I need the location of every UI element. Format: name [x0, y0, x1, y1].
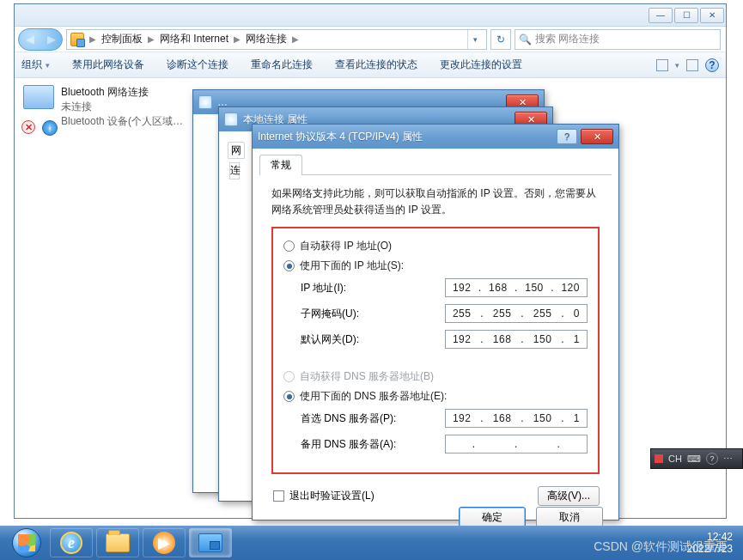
- radio-manual-dns[interactable]: [283, 391, 295, 402]
- subnet-mask-input[interactable]: 255.255.255.0: [445, 304, 588, 323]
- connection-device: Bluetooth 设备(个人区域…: [61, 114, 183, 129]
- command-bar: 组织▾ 禁用此网络设备 诊断这个连接 重命名此连接 查看此连接的状态 更改此连接…: [15, 52, 726, 78]
- ime-keyboard-icon[interactable]: ⌨: [687, 453, 701, 465]
- window-titlebar: — ☐ ✕: [15, 4, 726, 27]
- address-dropdown[interactable]: ▾: [467, 30, 483, 49]
- preferred-dns-input[interactable]: 192.168.150.1: [445, 409, 588, 428]
- chevron-right-icon[interactable]: ▶: [88, 34, 98, 44]
- refresh-button[interactable]: ↻: [490, 29, 511, 50]
- tab-bar: 常规: [259, 154, 612, 175]
- subnet-mask-label: 子网掩码(U):: [301, 307, 445, 321]
- radio-auto-ip[interactable]: [283, 240, 295, 252]
- breadcrumb[interactable]: 网络连接: [246, 32, 287, 46]
- maximize-button[interactable]: ☐: [674, 8, 698, 23]
- view-icon[interactable]: [656, 59, 668, 71]
- view-status-button[interactable]: 查看此连接的状态: [335, 58, 417, 72]
- location-icon: [70, 33, 84, 46]
- taskbar-explorer[interactable]: [96, 528, 139, 557]
- back-icon[interactable]: ◀: [26, 33, 34, 46]
- ok-button[interactable]: 确定: [459, 507, 526, 527]
- network-adapter-icon: [23, 85, 54, 109]
- address-bar[interactable]: ▶ 控制面板 ▶ 网络和 Internet ▶ 网络连接 ▶ ▾: [66, 29, 487, 50]
- chevron-right-icon[interactable]: ▶: [232, 34, 242, 44]
- cancel-button[interactable]: 取消: [536, 507, 603, 527]
- radio-manual-ip[interactable]: [283, 260, 295, 271]
- chevron-down-icon[interactable]: ▾: [675, 61, 679, 70]
- bluetooth-icon: ᚼ: [42, 120, 58, 136]
- gateway-input[interactable]: 192.168.150.1: [445, 330, 588, 349]
- radio-label: 使用下面的 IP 地址(S):: [300, 259, 404, 273]
- description-text: 如果网络支持此功能，则可以获取自动指派的 IP 设置。否则，您需要从网络系统管理…: [271, 186, 600, 218]
- media-player-icon: ▶: [153, 532, 175, 554]
- help-icon[interactable]: ?: [705, 58, 719, 72]
- validate-on-exit-label: 退出时验证设置(L): [289, 489, 375, 503]
- taskbar-media-player[interactable]: ▶: [143, 528, 186, 557]
- diagnose-button[interactable]: 诊断这个连接: [167, 58, 228, 72]
- ip-address-label: IP 地址(I):: [301, 281, 445, 295]
- radio-auto-dns: [283, 371, 295, 382]
- forward-icon[interactable]: ▶: [47, 33, 56, 46]
- search-icon: 🔍: [519, 33, 532, 46]
- gateway-label: 默认网关(D):: [301, 332, 445, 347]
- field-partial: 连: [229, 162, 240, 180]
- validate-on-exit-checkbox[interactable]: [273, 490, 284, 502]
- connection-status: 未连接: [61, 100, 183, 114]
- alternate-dns-label: 备用 DNS 服务器(A):: [301, 437, 445, 452]
- folder-icon: [106, 533, 130, 552]
- ime-language: CH: [668, 453, 682, 464]
- highlighted-settings: 自动获得 IP 地址(O) 使用下面的 IP 地址(S): IP 地址(I): …: [271, 227, 600, 474]
- windows-orb-icon: [12, 528, 41, 557]
- preferred-dns-label: 首选 DNS 服务器(P):: [301, 411, 445, 426]
- chevron-right-icon[interactable]: ▶: [146, 34, 156, 44]
- ime-help-icon[interactable]: ?: [706, 453, 718, 465]
- rename-button[interactable]: 重命名此连接: [251, 58, 313, 72]
- close-button[interactable]: ✕: [700, 8, 724, 23]
- network-icon: [198, 533, 222, 552]
- disconnected-icon: ✕: [21, 120, 35, 134]
- breadcrumb[interactable]: 网络和 Internet: [160, 32, 228, 46]
- tab-panel: 如果网络支持此功能，则可以获取自动指派的 IP 设置。否则，您需要从网络系统管理…: [259, 175, 612, 502]
- search-placeholder: 搜索 网络连接: [535, 32, 600, 46]
- start-button[interactable]: [7, 527, 46, 559]
- ime-toolbar[interactable]: CH ⌨ ? ⋯: [650, 448, 743, 469]
- advanced-button[interactable]: 高级(V)...: [538, 486, 600, 506]
- tab-partial: 网: [228, 142, 245, 159]
- close-button[interactable]: ✕: [581, 129, 613, 144]
- dialog-ipv4-properties: Internet 协议版本 4 (TCP/IPv4) 属性 ? ✕ 常规 如果网…: [252, 124, 619, 520]
- alternate-dns-input[interactable]: ...: [445, 435, 588, 453]
- watermark: CSDN @软件测试很重要: [594, 539, 728, 555]
- dialog-title: Internet 协议版本 4 (TCP/IPv4) 属性: [258, 130, 423, 144]
- search-input[interactable]: 🔍 搜索 网络连接: [515, 29, 721, 50]
- connection-name: Bluetooth 网络连接: [61, 85, 183, 100]
- dialog-icon: [224, 113, 238, 126]
- dialog-icon: [198, 95, 212, 109]
- chevron-right-icon[interactable]: ▶: [290, 34, 301, 44]
- ime-options-icon[interactable]: ⋯: [723, 453, 733, 465]
- radio-label: 自动获得 DNS 服务器地址(B): [300, 369, 434, 384]
- preview-pane-icon[interactable]: [686, 59, 698, 71]
- ie-icon: e: [60, 532, 82, 554]
- organize-menu[interactable]: 组织▾: [21, 58, 50, 72]
- change-settings-button[interactable]: 更改此连接的设置: [440, 58, 522, 72]
- disable-device-button[interactable]: 禁用此网络设备: [72, 58, 144, 72]
- chevron-down-icon: ▾: [46, 61, 50, 70]
- radio-label: 使用下面的 DNS 服务器地址(E):: [300, 389, 447, 404]
- breadcrumb[interactable]: 控制面板: [101, 32, 143, 46]
- help-button[interactable]: ?: [557, 129, 577, 144]
- radio-label: 自动获得 IP 地址(O): [300, 239, 392, 253]
- ip-address-input[interactable]: 192.168.150.120: [445, 278, 588, 297]
- dialog-titlebar: Internet 协议版本 4 (TCP/IPv4) 属性 ? ✕: [253, 125, 618, 149]
- minimize-button[interactable]: —: [649, 8, 673, 23]
- taskbar-ie[interactable]: e: [50, 528, 93, 557]
- taskbar-network[interactable]: [189, 528, 232, 557]
- nav-back-forward[interactable]: ◀ ▶: [18, 28, 63, 51]
- tab-general[interactable]: 常规: [259, 155, 302, 175]
- address-row: ◀ ▶ ▶ 控制面板 ▶ 网络和 Internet ▶ 网络连接 ▶ ▾ ↻ 🔍…: [15, 27, 726, 52]
